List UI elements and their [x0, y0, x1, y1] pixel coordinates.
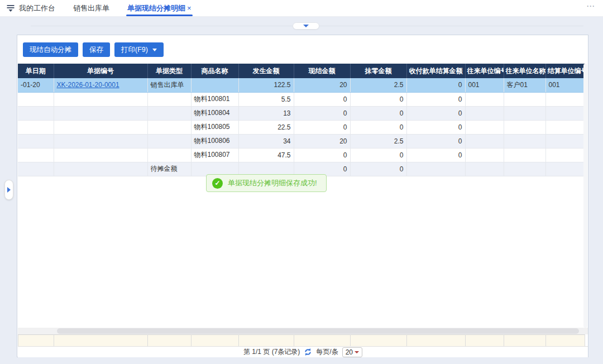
column-header-4[interactable]: 商品名称	[191, 64, 238, 78]
cell-r4c9	[465, 120, 504, 134]
summary-table	[18, 334, 585, 347]
summary-cell-10	[504, 335, 546, 347]
cell-r1c11: 001	[545, 78, 585, 92]
collapse-panel-button[interactable]	[293, 22, 319, 30]
pager: 第 1/1 页 (7条记录) 每页/条 20	[18, 346, 588, 357]
cell-r2c4: 物料100801	[191, 92, 238, 106]
column-header-2[interactable]: 单据编号	[54, 64, 147, 78]
cell-r4c11	[545, 120, 585, 134]
document-number-link[interactable]: XK-2026-01-20-0001	[57, 81, 119, 89]
cell-r5c7: 2.5	[350, 134, 406, 148]
cell-r5c5: 34	[238, 134, 294, 148]
column-header-10[interactable]: 往来单位名称	[504, 64, 545, 78]
table-row-6[interactable]: 物料10080747.5000	[18, 148, 585, 162]
auto-allocate-button[interactable]: 现结自动分摊	[23, 42, 78, 57]
cell-r2c3	[147, 92, 191, 106]
tab-3[interactable]: 单据现结分摊明细×	[127, 0, 192, 16]
cell-r5c6: 20	[294, 134, 350, 148]
cell-r3c10	[504, 106, 545, 120]
cell-r3c3	[147, 106, 191, 120]
cell-r2c1	[18, 92, 54, 106]
column-header-11[interactable]: 结算单位编号	[545, 64, 585, 78]
cell-r2c9	[465, 92, 504, 106]
chevron-right-icon	[7, 187, 11, 193]
expand-sidebar-button[interactable]	[4, 180, 13, 200]
app-screen: 我的工作台销售出库单单据现结分摊明细× ⋯ 现结自动分摊保存打印(F9) 单日期…	[0, 0, 603, 364]
cell-r4c8: 0	[406, 120, 465, 134]
cell-r5c9	[465, 134, 504, 148]
column-header-5[interactable]: 发生金额	[238, 64, 294, 78]
tab-1[interactable]: 我的工作台	[19, 0, 55, 16]
cell-r7c9	[465, 162, 504, 176]
check-icon: ✓	[212, 178, 223, 189]
menu-collapse-icon[interactable]	[7, 4, 15, 12]
table-row-5[interactable]: 物料10080634202.50	[18, 134, 585, 148]
summary-cell-3	[148, 335, 192, 347]
cell-r5c2	[54, 134, 147, 148]
cell-r1c10: 客户01	[504, 78, 545, 92]
more-tabs-icon[interactable]: ⋯	[586, 1, 595, 11]
cell-r5c1	[18, 134, 54, 148]
print-button[interactable]: 打印(F9)	[114, 42, 164, 57]
cell-r3c1	[18, 106, 54, 120]
cell-r6c5: 47.5	[238, 148, 294, 162]
tab-label: 销售出库单	[73, 3, 109, 13]
cell-r6c8: 0	[406, 148, 465, 162]
horizontal-scrollbar-thumb[interactable]	[57, 328, 579, 334]
main-panel: 现结自动分摊保存打印(F9) 单日期单据编号单据类型商品名称发生金额现结金额抹零…	[17, 35, 588, 357]
column-header-6[interactable]: 现结金额	[294, 64, 350, 78]
print-caret-icon[interactable]	[152, 49, 157, 51]
tab-close-icon[interactable]: ×	[187, 4, 192, 12]
summary-cell-1	[18, 335, 54, 347]
tabs: 我的工作台销售出库单单据现结分摊明细×	[19, 0, 209, 16]
cell-r7c7: 0	[350, 162, 406, 176]
cell-r2c10	[504, 92, 545, 106]
column-header-1[interactable]: 单日期	[18, 64, 54, 78]
summary-row	[18, 335, 585, 347]
cell-r2c2	[54, 92, 147, 106]
cell-r3c7: 0	[350, 106, 406, 120]
cell-r1c2: XK-2026-01-20-0001	[54, 78, 147, 92]
column-header-7[interactable]: 抹零金额	[350, 64, 406, 78]
cell-r5c4: 物料100806	[191, 134, 238, 148]
cell-r2c11	[545, 92, 585, 106]
cell-r2c7: 0	[350, 92, 406, 106]
cell-r1c4	[191, 78, 238, 92]
cell-r4c3	[147, 120, 191, 134]
cell-r5c10	[504, 134, 545, 148]
table-row-4[interactable]: 物料10080522.5000	[18, 120, 585, 134]
cell-r4c10	[504, 120, 545, 134]
cell-r5c11	[545, 134, 585, 148]
cell-r3c11	[545, 106, 585, 120]
column-header-9[interactable]: 往来单位编号	[465, 64, 504, 78]
cell-r6c2	[54, 148, 147, 162]
cell-r6c9	[465, 148, 504, 162]
column-header-3[interactable]: 单据类型	[147, 64, 191, 78]
refresh-icon[interactable]	[304, 348, 312, 356]
cell-r7c2	[54, 162, 147, 176]
cell-r1c7: 2.5	[350, 78, 406, 92]
cell-r6c4: 物料100807	[191, 148, 238, 162]
cell-r4c2	[54, 120, 147, 134]
cell-r6c11	[545, 148, 585, 162]
toolbar: 现结自动分摊保存打印(F9)	[23, 42, 164, 57]
summary-cell-7	[351, 335, 407, 347]
table-row-2[interactable]: 物料1008015.5000	[18, 92, 585, 106]
cell-r6c7: 0	[350, 148, 406, 162]
save-button[interactable]: 保存	[83, 42, 110, 57]
cell-r1c3: 销售出库单	[147, 78, 191, 92]
vertical-scrollbar[interactable]	[583, 64, 587, 328]
table-row-3[interactable]: 物料10080413000	[18, 106, 585, 120]
column-header-8[interactable]: 收付款单结算金额	[406, 64, 465, 78]
cell-r6c1	[18, 148, 54, 162]
table-row-1[interactable]: -01-20XK-2026-01-20-0001销售出库单122.5202.50…	[18, 78, 585, 92]
cell-r6c6: 0	[294, 148, 350, 162]
cell-r3c9	[465, 106, 504, 120]
data-table: 单日期单据编号单据类型商品名称发生金额现结金额抹零金额收付款单结算金额往来单位编…	[18, 64, 585, 176]
tab-2[interactable]: 销售出库单	[73, 0, 109, 16]
cell-r7c8	[406, 162, 465, 176]
tab-label: 我的工作台	[19, 3, 55, 13]
cell-r3c4: 物料100804	[191, 106, 238, 120]
cell-r3c5: 13	[238, 106, 294, 120]
page-size-select[interactable]: 20	[342, 347, 362, 357]
